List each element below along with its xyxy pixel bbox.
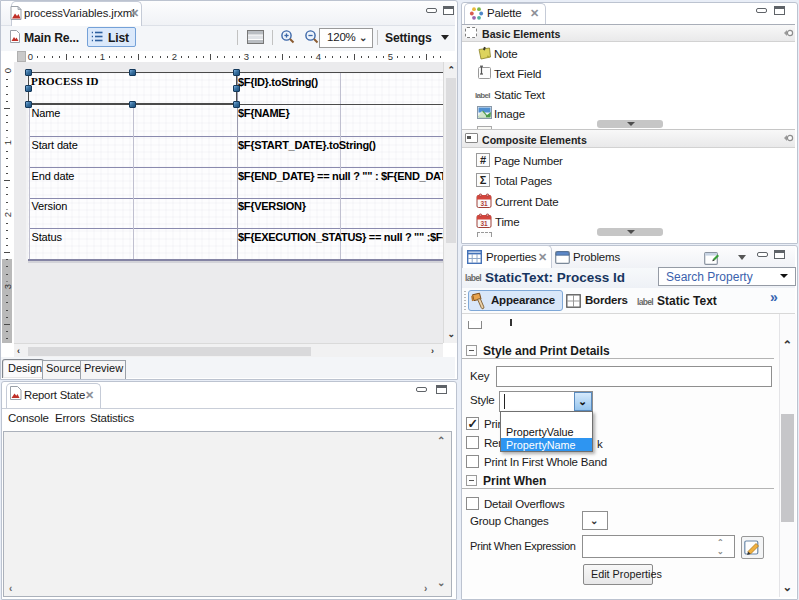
svg-text:31: 31 [480, 200, 488, 207]
svg-text:31: 31 [480, 220, 488, 227]
